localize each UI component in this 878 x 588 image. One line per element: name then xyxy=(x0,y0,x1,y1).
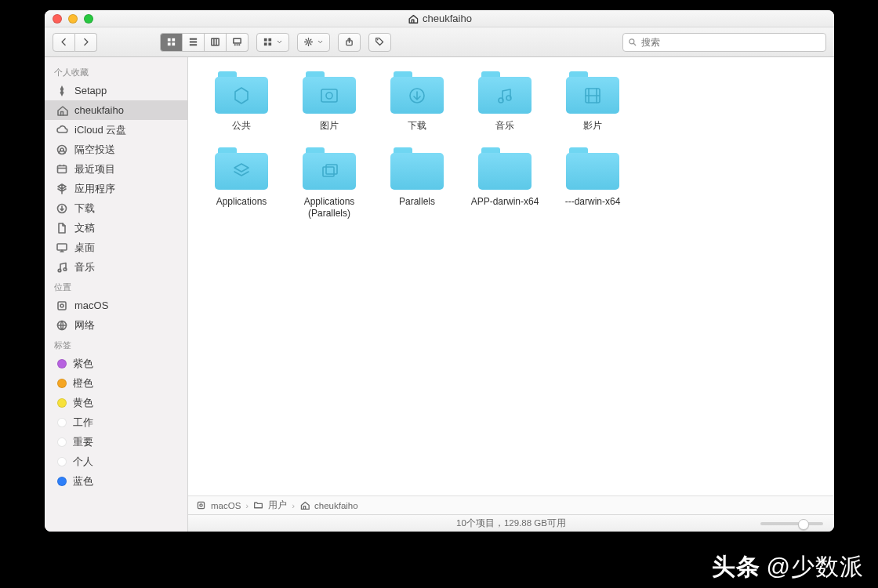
toolbar xyxy=(45,27,834,57)
close-button[interactable] xyxy=(53,14,62,24)
sidebar-item-label: 紫色 xyxy=(73,357,93,371)
folder-label: 音乐 xyxy=(495,120,514,132)
chevron-down-icon xyxy=(317,38,324,45)
sidebar-item-label: macOS xyxy=(74,299,108,311)
sidebar-item[interactable]: 橙色 xyxy=(45,373,187,393)
zoom-slider[interactable] xyxy=(760,522,823,525)
folder-item[interactable]: Parallels xyxy=(373,147,461,220)
chevron-left-icon xyxy=(59,37,69,47)
back-button[interactable] xyxy=(53,33,75,52)
sidebar-item[interactable]: 个人 xyxy=(45,452,187,471)
folder-icon xyxy=(303,71,356,114)
sidebar-item[interactable]: 音乐 xyxy=(45,257,187,277)
group-icon xyxy=(263,37,273,47)
sidebar-item[interactable]: 黄色 xyxy=(45,393,187,412)
status-bar: 10个项目，129.88 GB可用 xyxy=(188,514,834,532)
path-bar[interactable]: macOS›用户›cheukfaiho xyxy=(188,495,834,514)
tag-icon xyxy=(375,37,385,47)
download-icon xyxy=(56,202,68,215)
folder-item[interactable]: Applications (Parallels) xyxy=(285,147,373,220)
sidebar[interactable]: 个人收藏SetappcheukfaihoiCloud 云盘隔空投送最近项目应用程… xyxy=(45,57,188,532)
sidebar-item[interactable]: 桌面 xyxy=(45,238,187,257)
folder-item[interactable]: Applications xyxy=(198,147,285,220)
home-icon xyxy=(299,500,310,510)
icon-grid[interactable]: 公共图片下载音乐影片ApplicationsApplications (Para… xyxy=(188,57,834,495)
sidebar-item[interactable]: 应用程序 xyxy=(45,179,187,198)
sidebar-item[interactable]: 重要 xyxy=(45,432,187,452)
sidebar-item-label: 工作 xyxy=(73,416,93,430)
search-field[interactable] xyxy=(622,33,826,52)
titlebar: cheukfaiho xyxy=(45,10,834,27)
path-segment[interactable]: 用户 xyxy=(268,499,287,511)
folder-item[interactable]: 公共 xyxy=(198,71,285,132)
gallery-view-button[interactable] xyxy=(227,33,249,52)
share-button[interactable] xyxy=(338,33,361,52)
tag-dot-icon xyxy=(57,359,67,368)
airdrop-icon xyxy=(56,143,68,156)
desktop-icon xyxy=(56,241,68,254)
sidebar-item[interactable]: iCloud 云盘 xyxy=(45,120,187,140)
folder-item[interactable]: 影片 xyxy=(549,71,637,132)
sidebar-item-label: 音乐 xyxy=(74,260,95,274)
gallery-icon xyxy=(232,37,242,47)
icon-view-button[interactable] xyxy=(160,33,183,52)
folder-label: Parallels xyxy=(399,196,435,208)
column-view-button[interactable] xyxy=(205,33,227,52)
forward-button[interactable] xyxy=(75,33,97,52)
cloud-icon xyxy=(56,124,68,136)
grid-icon xyxy=(166,37,176,47)
sidebar-item[interactable]: 紫色 xyxy=(45,354,187,373)
folder-label: APP-darwin-x64 xyxy=(471,196,539,208)
path-segment[interactable]: cheukfaiho xyxy=(314,501,358,510)
list-icon xyxy=(188,37,198,47)
sidebar-item[interactable]: 文稿 xyxy=(45,218,187,238)
fullscreen-button[interactable] xyxy=(84,14,93,24)
tag-dot-icon xyxy=(57,457,67,466)
folder-item[interactable]: APP-darwin-x64 xyxy=(461,147,549,220)
disk-icon xyxy=(196,500,206,510)
tags-button[interactable] xyxy=(368,33,391,52)
list-view-button[interactable] xyxy=(183,33,205,52)
chevron-right-icon xyxy=(81,37,91,47)
path-segment[interactable]: macOS xyxy=(211,501,241,510)
sidebar-item[interactable]: 蓝色 xyxy=(45,471,187,491)
sidebar-item-label: 蓝色 xyxy=(73,474,93,488)
folder-item[interactable]: 下载 xyxy=(373,71,461,132)
group-button[interactable] xyxy=(256,33,289,52)
apps-icon xyxy=(56,183,68,195)
sidebar-item[interactable]: 最近项目 xyxy=(45,159,187,179)
sidebar-item-label: Setapp xyxy=(74,85,107,96)
sidebar-item-label: iCloud 云盘 xyxy=(74,123,126,137)
folder-icon xyxy=(215,147,268,190)
recent-icon xyxy=(56,163,68,176)
folder-icon xyxy=(215,71,268,114)
sidebar-item[interactable]: cheukfaiho xyxy=(45,100,187,120)
folder-icon xyxy=(390,147,444,190)
sidebar-item[interactable]: 网络 xyxy=(45,315,187,335)
folder-item[interactable]: 音乐 xyxy=(461,71,549,132)
sidebar-item[interactable]: 下载 xyxy=(45,198,187,218)
tag-dot-icon xyxy=(57,398,67,408)
folder-label: 图片 xyxy=(320,120,339,132)
action-button[interactable] xyxy=(297,33,330,52)
minimize-button[interactable] xyxy=(68,14,78,24)
sidebar-item-label: 黄色 xyxy=(73,396,93,410)
window-body: 个人收藏SetappcheukfaihoiCloud 云盘隔空投送最近项目应用程… xyxy=(45,57,834,532)
path-separator: › xyxy=(292,501,295,510)
search-input[interactable] xyxy=(641,37,821,48)
network-icon xyxy=(56,319,68,332)
sidebar-item[interactable]: macOS xyxy=(45,296,187,315)
folder-item[interactable]: 图片 xyxy=(285,71,373,132)
folder-item[interactable]: ---darwin-x64 xyxy=(549,147,637,220)
folder-icon xyxy=(303,147,356,190)
gear-icon xyxy=(303,37,314,47)
sidebar-item-label: 最近项目 xyxy=(74,162,115,176)
nav-buttons xyxy=(53,33,97,52)
folder-label: 公共 xyxy=(232,120,251,132)
sidebar-item[interactable]: 工作 xyxy=(45,412,187,432)
sidebar-item[interactable]: Setapp xyxy=(45,81,187,100)
folder-icon xyxy=(390,71,444,114)
folder-label: 影片 xyxy=(583,120,602,132)
sidebar-item[interactable]: 隔空投送 xyxy=(45,140,187,159)
sidebar-section-header: 个人收藏 xyxy=(45,62,187,81)
